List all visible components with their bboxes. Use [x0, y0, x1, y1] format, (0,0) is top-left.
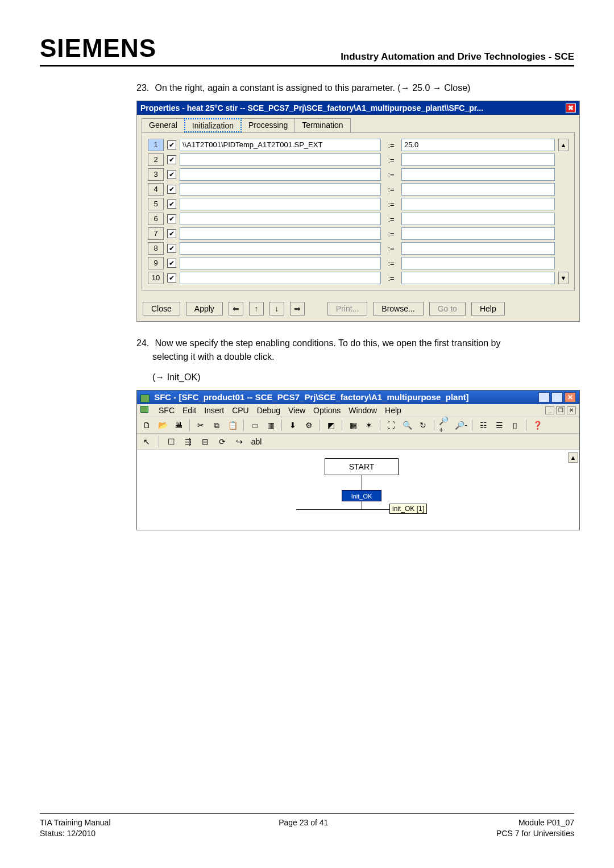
- sfc-parallel-icon[interactable]: ⇶: [182, 436, 194, 447]
- row-checkbox[interactable]: ✔: [167, 259, 176, 268]
- close-icon[interactable]: ✖: [566, 103, 576, 113]
- right-operand-input[interactable]: [401, 227, 555, 240]
- help-button[interactable]: Help: [471, 302, 505, 315]
- pointer-icon[interactable]: ↖: [140, 436, 153, 447]
- print-button[interactable]: Print...: [327, 302, 367, 315]
- zoom-in-icon[interactable]: 🔎+: [439, 420, 451, 431]
- tool-icon[interactable]: ◩: [325, 420, 337, 431]
- print-icon[interactable]: 🖶: [172, 420, 185, 431]
- open-icon[interactable]: 📂: [156, 420, 169, 431]
- left-operand-input[interactable]: [180, 153, 381, 166]
- sfc-titlebar[interactable]: SFC - [SFC_product01 -- SCE_PCS7_Prj\SCE…: [137, 391, 579, 404]
- tool-icon[interactable]: ▥: [264, 420, 277, 431]
- tool-icon[interactable]: ▦: [347, 420, 359, 431]
- row-checkbox[interactable]: ✔: [167, 140, 176, 149]
- row-checkbox[interactable]: ✔: [167, 155, 176, 164]
- close-icon[interactable]: ✕: [565, 392, 576, 402]
- row-index[interactable]: 8: [148, 242, 164, 255]
- row-index[interactable]: 10: [148, 272, 164, 284]
- left-operand-input[interactable]: [180, 257, 381, 269]
- minimize-icon[interactable]: _: [538, 392, 550, 402]
- copy-icon[interactable]: ⧉: [210, 420, 223, 431]
- scroll-down-icon[interactable]: ▼: [558, 272, 569, 284]
- tool-icon[interactable]: ☷: [477, 420, 489, 431]
- scroll-up-icon[interactable]: ▲: [558, 139, 569, 151]
- new-icon[interactable]: 🗋: [140, 420, 153, 431]
- nav-up-icon[interactable]: ↑: [249, 302, 264, 315]
- left-operand-input[interactable]: [180, 198, 381, 210]
- sfc-step-start[interactable]: START: [325, 458, 399, 475]
- left-operand-input[interactable]: [180, 168, 381, 181]
- right-operand-input[interactable]: [401, 153, 555, 166]
- tool-icon[interactable]: ✶: [363, 420, 375, 431]
- help-icon[interactable]: ❓: [531, 420, 544, 431]
- nav-right-icon[interactable]: ⇒: [290, 302, 305, 315]
- nav-down-icon[interactable]: ↓: [269, 302, 284, 315]
- row-checkbox[interactable]: ✔: [167, 214, 176, 223]
- left-operand-input[interactable]: [180, 183, 381, 196]
- left-operand-input[interactable]: [180, 242, 381, 255]
- right-operand-input[interactable]: [401, 257, 555, 269]
- menu-insert[interactable]: Insert: [204, 406, 224, 415]
- browse-button[interactable]: Browse...: [373, 302, 423, 315]
- close-button[interactable]: Close: [143, 302, 180, 315]
- row-checkbox[interactable]: ✔: [167, 244, 176, 253]
- left-operand-input[interactable]: [180, 213, 381, 225]
- mdi-close-icon[interactable]: ✕: [567, 406, 576, 414]
- menu-debug[interactable]: Debug: [257, 406, 280, 415]
- tab-initialization[interactable]: Initialization: [184, 118, 242, 132]
- nav-left-icon[interactable]: ⇐: [229, 302, 243, 315]
- row-checkbox[interactable]: ✔: [167, 229, 176, 238]
- tool-icon[interactable]: ▭: [248, 420, 261, 431]
- paste-icon[interactable]: 📋: [226, 420, 239, 431]
- row-index[interactable]: 1: [148, 139, 164, 151]
- right-operand-input[interactable]: [401, 198, 555, 210]
- goto-button[interactable]: Go to: [429, 302, 466, 315]
- zoom-area-icon[interactable]: 🔍: [401, 420, 413, 431]
- right-operand-input[interactable]: [401, 242, 555, 255]
- apply-button[interactable]: Apply: [186, 302, 223, 315]
- row-index[interactable]: 6: [148, 213, 164, 225]
- compile-icon[interactable]: ⚙: [302, 420, 315, 431]
- tool-icon[interactable]: ▯: [509, 420, 521, 431]
- row-checkbox[interactable]: ✔: [167, 185, 176, 194]
- mdi-restore-icon[interactable]: ❐: [556, 406, 565, 414]
- row-index[interactable]: 5: [148, 198, 164, 210]
- menu-view[interactable]: View: [288, 406, 305, 415]
- tab-processing[interactable]: Processing: [241, 118, 295, 132]
- download-icon[interactable]: ⬇: [287, 420, 299, 431]
- tool-icon[interactable]: ☰: [493, 420, 505, 431]
- mdi-minimize-icon[interactable]: _: [545, 406, 554, 414]
- sfc-text-icon[interactable]: abl: [250, 436, 263, 447]
- right-operand-input[interactable]: [401, 272, 555, 284]
- right-operand-input[interactable]: [401, 168, 555, 181]
- row-checkbox[interactable]: ✔: [167, 200, 176, 209]
- right-operand-input[interactable]: 25.0: [401, 139, 555, 151]
- tab-termination[interactable]: Termination: [294, 118, 350, 132]
- row-index[interactable]: 3: [148, 168, 164, 181]
- row-index[interactable]: 9: [148, 257, 164, 269]
- sfc-alt-icon[interactable]: ⊟: [199, 436, 211, 447]
- right-operand-input[interactable]: [401, 213, 555, 225]
- cut-icon[interactable]: ✂: [194, 420, 207, 431]
- refresh-icon[interactable]: ↻: [417, 420, 429, 431]
- menu-help[interactable]: Help: [385, 406, 401, 415]
- row-checkbox[interactable]: ✔: [167, 273, 176, 283]
- dialog-titlebar[interactable]: Properties - heat 25°C stir -- SCE_PCS7_…: [137, 101, 579, 115]
- scroll-up-icon[interactable]: ▲: [568, 452, 578, 463]
- sfc-canvas[interactable]: START Init_OK init_OK [1] ▲: [137, 450, 579, 530]
- menu-window[interactable]: Window: [349, 406, 377, 415]
- zoom-out-icon[interactable]: 🔎-: [455, 420, 467, 431]
- tab-general[interactable]: General: [142, 118, 185, 132]
- sfc-transition-init-ok[interactable]: Init_OK: [342, 490, 381, 501]
- menu-cpu[interactable]: CPU: [232, 406, 249, 415]
- right-operand-input[interactable]: [401, 183, 555, 196]
- sfc-loop-icon[interactable]: ⟳: [216, 436, 229, 447]
- left-operand-input[interactable]: [180, 272, 381, 284]
- row-checkbox[interactable]: ✔: [167, 170, 176, 179]
- zoom-fit-icon[interactable]: ⛶: [385, 420, 397, 431]
- menu-edit[interactable]: Edit: [182, 406, 196, 415]
- sfc-jump-icon[interactable]: ↪: [233, 436, 246, 447]
- menu-sfc[interactable]: SFC: [159, 406, 175, 415]
- row-index[interactable]: 7: [148, 227, 164, 240]
